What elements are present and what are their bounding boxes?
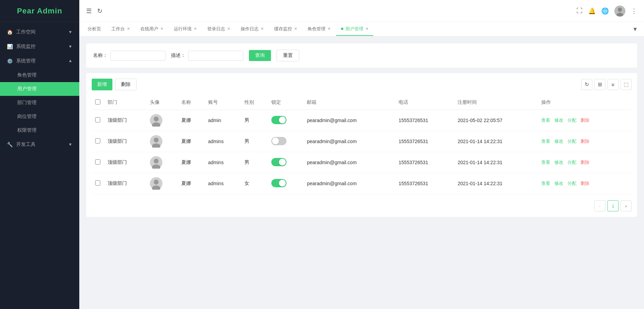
tab-role-manage[interactable]: 角色管理 ✕ xyxy=(303,23,335,36)
workspace-icon: 🏠 xyxy=(7,29,13,35)
tab-user-manage-close[interactable]: ✕ xyxy=(365,27,369,31)
row2-view-btn[interactable]: 查看 xyxy=(541,139,550,144)
row4-edit-btn[interactable]: 修改 xyxy=(554,181,563,186)
row1-account: admin xyxy=(205,110,241,131)
row4-delete-btn[interactable]: 删除 xyxy=(581,181,590,186)
tab-cache-monitor[interactable]: 缓存监控 ✕ xyxy=(269,23,302,36)
sidebar-item-user[interactable]: 用户管理 xyxy=(0,82,79,96)
toolbar-columns-btn[interactable]: ⊞ xyxy=(594,79,605,90)
row4-toggle[interactable] xyxy=(271,179,286,187)
row2-toggle[interactable] xyxy=(271,137,286,145)
tab-op-log-close[interactable]: ✕ xyxy=(261,27,264,31)
tab-user-manage[interactable]: 用户管理 ✕ xyxy=(336,23,373,36)
row1-delete-btn[interactable]: 删除 xyxy=(581,118,590,123)
row2-edit-btn[interactable]: 修改 xyxy=(554,139,563,144)
row3-edit-btn[interactable]: 修改 xyxy=(554,160,563,165)
select-all-checkbox[interactable] xyxy=(95,99,100,104)
row2-assign-btn[interactable]: 分配 xyxy=(567,139,576,144)
row2-toggle-track xyxy=(271,137,286,145)
name-input[interactable] xyxy=(110,51,165,61)
bell-icon[interactable]: 🔔 xyxy=(588,7,596,15)
row1-gender: 男 xyxy=(241,110,268,131)
tab-cache-monitor-close[interactable]: ✕ xyxy=(294,27,297,31)
row1-checkbox[interactable] xyxy=(95,117,100,122)
row1-edit-btn[interactable]: 修改 xyxy=(554,118,563,123)
row1-toggle-track xyxy=(271,116,286,124)
refresh-icon[interactable]: ↻ xyxy=(97,7,102,15)
prev-page-btn[interactable]: ‹ xyxy=(594,200,605,211)
col-account: 账号 xyxy=(205,95,241,110)
svg-point-10 xyxy=(154,159,159,163)
table-header-row: 部门 头像 名称 账号 性别 锁定 邮箱 电话 注册时间 操作 xyxy=(92,95,632,110)
tab-login-log[interactable]: 登录日志 ✕ xyxy=(202,23,235,36)
row3-avatar-cell xyxy=(147,152,178,173)
toolbar-density-btn[interactable]: ≡ xyxy=(607,79,618,90)
desc-input[interactable] xyxy=(188,51,243,61)
col-locked: 锁定 xyxy=(268,95,304,110)
table-body: 顶级部门 夏娜 admin 男 xyxy=(92,110,632,194)
row4-phone: 15553726531 xyxy=(395,173,454,194)
sidebar-item-post[interactable]: 岗位管理 xyxy=(0,110,79,123)
tab-workbench[interactable]: 工作台 ✕ xyxy=(107,23,135,36)
more-icon[interactable]: ⋮ xyxy=(631,7,637,15)
row3-toggle[interactable] xyxy=(271,158,286,166)
sidebar-item-dept[interactable]: 部门管理 xyxy=(0,96,79,110)
menu-group-dev-tools: 🔧 开发工具 ▼ xyxy=(0,137,79,152)
tabs-bar: 分析页 工作台 ✕ 在线用户 ✕ 运行环境 ✕ 登录日志 ✕ 操作日志 ✕ 缓存… xyxy=(79,22,644,37)
tabs-more-button[interactable]: ▼ xyxy=(630,26,641,32)
dev-tools-icon: 🔧 xyxy=(7,142,13,147)
menu-group-header-system-monitor[interactable]: 📊 系统监控 ▼ xyxy=(0,39,79,54)
query-button[interactable]: 查询 xyxy=(249,50,271,61)
row3-assign-btn[interactable]: 分配 xyxy=(567,160,576,165)
fullscreen-icon[interactable]: ⛶ xyxy=(576,7,583,14)
row1-assign-btn[interactable]: 分配 xyxy=(567,118,576,123)
row2-reg-time: 2021-01-14 14:22:31 xyxy=(454,131,538,152)
row3-delete-btn[interactable]: 删除 xyxy=(581,160,590,165)
col-dept: 部门 xyxy=(104,95,147,110)
globe-icon[interactable]: 🌐 xyxy=(601,7,609,15)
delete-button[interactable]: 删除 xyxy=(115,79,137,90)
sidebar-item-role[interactable]: 角色管理 xyxy=(0,68,79,82)
menu-group-header-dev-tools[interactable]: 🔧 开发工具 ▼ xyxy=(0,137,79,152)
page-1-label: 1 xyxy=(612,203,614,209)
page-1-btn[interactable]: 1 xyxy=(607,200,618,211)
row4-checkbox[interactable] xyxy=(95,180,100,186)
row3-view-btn[interactable]: 查看 xyxy=(541,160,550,165)
row1-locked-cell xyxy=(268,110,304,131)
tab-analysis[interactable]: 分析页 xyxy=(83,23,106,36)
row4-avatar-cell xyxy=(147,173,178,194)
row2-delete-btn[interactable]: 删除 xyxy=(581,139,590,144)
tab-role-manage-close[interactable]: ✕ xyxy=(328,27,331,31)
row4-assign-btn[interactable]: 分配 xyxy=(567,181,576,186)
add-button[interactable]: 新增 xyxy=(92,79,112,90)
sidebar-item-perm[interactable]: 权限管理 xyxy=(0,123,79,137)
row3-checkbox[interactable] xyxy=(95,159,100,165)
next-page-btn[interactable]: › xyxy=(621,200,632,211)
tab-online-users-close[interactable]: ✕ xyxy=(160,27,163,31)
toolbar-export-btn[interactable]: ⬚ xyxy=(621,79,632,90)
menu-group-header-system-manage[interactable]: ⚙️ 系统管理 ▼ xyxy=(0,54,79,68)
row1-view-btn[interactable]: 查看 xyxy=(541,118,550,123)
menu-group-header-workspace[interactable]: 🏠 工作空间 ▼ xyxy=(0,25,79,39)
tab-login-log-close[interactable]: ✕ xyxy=(227,27,230,31)
row1-checkbox-cell xyxy=(92,110,104,131)
system-monitor-label: 系统监控 xyxy=(16,43,36,50)
dev-tools-label: 开发工具 xyxy=(16,141,36,148)
table-row: 顶级部门 夏娜 admins 男 xyxy=(92,152,632,173)
toolbar-refresh-btn[interactable]: ↻ xyxy=(581,79,592,90)
toolbar-density-icon: ≡ xyxy=(612,82,615,88)
row4-view-btn[interactable]: 查看 xyxy=(541,181,550,186)
tab-runtime-env-close[interactable]: ✕ xyxy=(194,27,197,31)
tab-online-users[interactable]: 在线用户 ✕ xyxy=(135,23,168,36)
row2-checkbox[interactable] xyxy=(95,138,100,143)
tab-workbench-close[interactable]: ✕ xyxy=(127,27,130,31)
menu-toggle-icon[interactable]: ☰ xyxy=(86,7,92,15)
avatar[interactable] xyxy=(614,6,625,17)
reset-button[interactable]: 重置 xyxy=(276,50,299,61)
tab-runtime-env[interactable]: 运行环境 ✕ xyxy=(169,23,202,36)
row1-toggle[interactable] xyxy=(271,116,286,124)
row3-toggle-thumb xyxy=(279,159,286,166)
menu-group-system-monitor: 📊 系统监控 ▼ xyxy=(0,39,79,54)
tab-op-log[interactable]: 操作日志 ✕ xyxy=(236,23,269,36)
row3-actions: 查看 修改 分配 删除 xyxy=(538,152,632,173)
